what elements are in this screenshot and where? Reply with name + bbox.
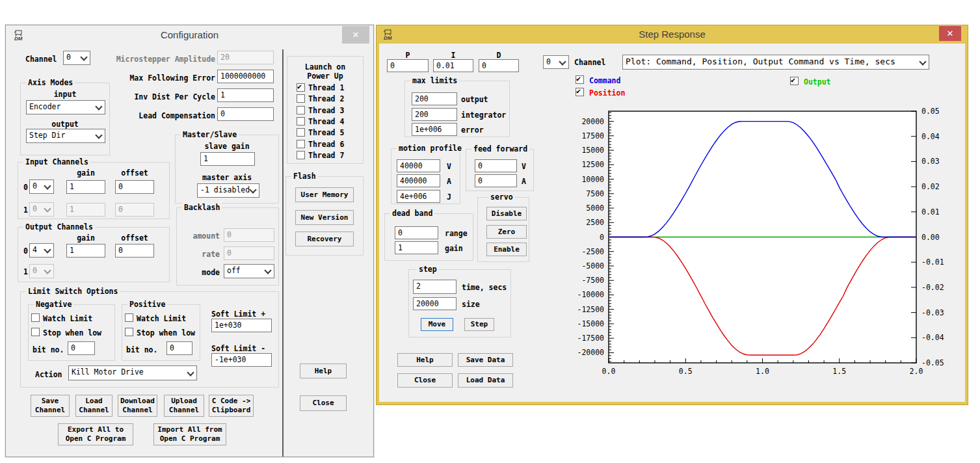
new-version-button[interactable]: New Version <box>295 210 354 225</box>
plot-select[interactable]: Plot: Command, Position, Output Command … <box>622 55 929 70</box>
jerk-label: J <box>447 192 451 202</box>
inv-dist-field[interactable]: 1 <box>217 88 274 102</box>
max-following-error-field[interactable]: 1000000000 <box>217 70 274 83</box>
backlash-mode-select[interactable]: off <box>224 264 274 278</box>
slave-gain-field[interactable]: 1 <box>200 152 255 166</box>
d-field[interactable]: 0 <box>479 59 519 72</box>
max-output-field[interactable]: 200 <box>412 92 457 105</box>
user-memory-button[interactable]: User Memory <box>295 187 354 202</box>
jerk-field[interactable]: 4e+006 <box>397 190 440 203</box>
channel-select[interactable]: 0 <box>63 51 90 65</box>
dead-band-group: dead band 0 range 1 gain <box>384 213 473 261</box>
max-error-field[interactable]: 1e+006 <box>412 123 457 136</box>
thread-3-checkbox[interactable] <box>297 106 305 114</box>
master-slave-group: Master/Slave slave gain 1 master axis -1… <box>175 135 279 204</box>
step-time-field[interactable]: 2 <box>413 280 457 294</box>
close-button[interactable]: Close <box>300 395 347 411</box>
save-channel-button[interactable]: Save Channel <box>31 395 70 417</box>
close-button[interactable]: Close <box>397 373 453 388</box>
input-ch0-offset[interactable]: 0 <box>115 180 154 194</box>
recovery-button[interactable]: Recovery <box>295 232 354 246</box>
neg-watch-limit-checkbox[interactable] <box>31 313 40 322</box>
chevron-down-icon <box>44 267 51 274</box>
max-integrator-field[interactable]: 200 <box>412 108 457 121</box>
zero-button[interactable]: Zero <box>486 225 527 239</box>
row-index: 1 <box>23 267 28 276</box>
gain-field[interactable]: 1 <box>395 241 438 254</box>
step-size-field[interactable]: 20000 <box>413 297 457 310</box>
ff-velocity-field[interactable]: 0 <box>475 159 517 172</box>
master-axis-select[interactable]: -1 disabled <box>197 183 259 198</box>
svg-text:-15000: -15000 <box>577 319 604 328</box>
channel-label: Channel <box>25 55 57 64</box>
pos-bit-field[interactable]: 0 <box>166 341 192 355</box>
velocity-field[interactable]: 40000 <box>397 159 440 172</box>
output-mode-select[interactable]: Step Dir <box>26 129 105 143</box>
upload-channel-button[interactable]: Upload Channel <box>164 395 204 417</box>
step-button[interactable]: Step <box>464 318 494 331</box>
output-ch0-offset[interactable]: 0 <box>115 244 154 258</box>
chevron-down-icon <box>95 131 102 139</box>
i-field[interactable]: 0.01 <box>433 59 473 72</box>
thread-7-checkbox[interactable] <box>297 151 305 159</box>
soft-limit-plus-field[interactable]: 1e+030 <box>211 319 272 332</box>
help-button[interactable]: Help <box>397 353 453 367</box>
accel-field[interactable]: 400000 <box>397 174 440 187</box>
svg-text:-12500: -12500 <box>577 305 604 314</box>
output-channels-group: Output Channels gain offset 0 4 1 0 1 0 <box>18 227 170 282</box>
enable-button[interactable]: Enable <box>486 243 527 256</box>
neg-stop-when-low-checkbox[interactable] <box>31 328 40 336</box>
save-data-button[interactable]: Save Data <box>458 353 513 367</box>
action-select[interactable]: Kill Motor Drive <box>68 365 197 380</box>
pos-stop-when-low-checkbox[interactable] <box>125 328 133 336</box>
step-response-titlebar[interactable]: DM Step Response ✕ <box>377 25 968 44</box>
ccode-clipboard-button[interactable]: C Code -> Clipboard <box>209 395 254 417</box>
accel-label: A <box>447 177 451 186</box>
channel-select[interactable]: 0 <box>543 55 569 69</box>
svg-text:-7500: -7500 <box>581 276 604 285</box>
output-ch0-gain[interactable]: 1 <box>66 244 105 258</box>
svg-text:0.04: 0.04 <box>921 132 940 141</box>
input-ch0-select[interactable]: 0 <box>29 179 54 194</box>
help-button[interactable]: Help <box>300 364 347 378</box>
legend-output-label: Output <box>804 77 831 86</box>
svg-text:2500: 2500 <box>586 218 604 227</box>
ff-accel-field[interactable]: 0 <box>475 174 517 187</box>
command-checkbox[interactable] <box>576 75 584 84</box>
output-ch0-select[interactable]: 4 <box>29 243 54 258</box>
rate-field: 0 <box>224 246 274 260</box>
load-channel-button[interactable]: Load Channel <box>75 395 113 417</box>
p-field[interactable]: 0 <box>387 59 429 72</box>
thread-2-checkbox[interactable] <box>297 94 305 103</box>
input-mode-select[interactable]: Encoder <box>26 100 105 114</box>
neg-bit-field[interactable]: 0 <box>68 341 95 355</box>
close-icon[interactable]: ✕ <box>939 26 961 41</box>
gain-header: gain <box>66 233 105 243</box>
offset-header: offset <box>115 168 154 178</box>
close-icon[interactable]: ✕ <box>342 26 369 44</box>
master-axis-label: master axis <box>176 173 278 182</box>
pos-watch-limit-checkbox[interactable] <box>125 313 133 322</box>
position-checkbox[interactable] <box>576 88 584 96</box>
step-size-label: size <box>462 300 480 309</box>
svg-text:-2500: -2500 <box>581 247 604 256</box>
lead-comp-field[interactable]: 0 <box>217 107 274 121</box>
move-button[interactable]: Move <box>421 318 453 331</box>
output-checkbox[interactable] <box>790 77 799 85</box>
import-all-button[interactable]: Import All from Open C Program <box>153 423 226 445</box>
download-channel-button[interactable]: Download Channel <box>118 395 157 417</box>
configuration-titlebar[interactable]: DM Configuration ✕ <box>6 25 373 45</box>
thread-1-checkbox[interactable] <box>297 83 305 92</box>
pos-stop-when-low-label: Stop when low <box>137 328 195 337</box>
export-all-button[interactable]: Export All to Open C Program <box>58 423 133 445</box>
disable-button[interactable]: Disable <box>486 207 527 220</box>
thread-4-checkbox[interactable] <box>297 117 305 126</box>
thread-6-checkbox[interactable] <box>297 140 305 148</box>
thread-4-label: Thread 4 <box>308 117 344 126</box>
range-field[interactable]: 0 <box>395 226 438 239</box>
input-label: input <box>21 90 109 99</box>
load-data-button[interactable]: Load Data <box>458 373 513 388</box>
soft-limit-minus-field[interactable]: -1e+030 <box>211 353 272 367</box>
thread-5-checkbox[interactable] <box>297 128 305 137</box>
input-ch0-gain[interactable]: 1 <box>66 180 105 194</box>
